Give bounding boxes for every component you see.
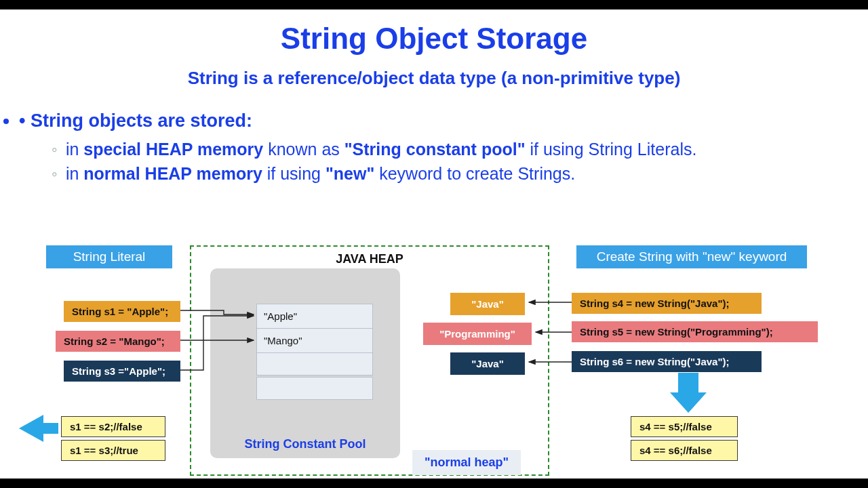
pool-slot-3	[256, 352, 373, 375]
slide-title: String Object Storage	[0, 22, 868, 56]
header-string-literal: String Literal	[46, 245, 172, 268]
cmp-left-1: s1 == s2;//false	[61, 416, 165, 437]
bullet-sub-1: in special HEAP memory known as "String …	[52, 137, 868, 161]
code-s1: String s1 = "Apple";	[64, 301, 180, 322]
pool-slot-4	[256, 377, 373, 400]
code-s3: String s3 ="Apple";	[64, 361, 180, 382]
scp-label: String Constant Pool	[210, 437, 400, 451]
bullet-sub-2: in normal HEAP memory if using "new" key…	[52, 161, 868, 186]
cmp-left-2: s1 == s3;//true	[61, 440, 165, 461]
code-s5: String s5 = new String("Programming");	[572, 321, 818, 342]
diagram-area: String Literal JAVA HEAP String Constant…	[0, 240, 868, 484]
heap-val-1: "Java"	[450, 293, 525, 315]
code-s2: String s2 = "Mango";	[56, 331, 180, 352]
cmp-right-1: s4 == s5;//false	[631, 416, 738, 437]
code-s4: String s4 = new String("Java");	[572, 293, 762, 314]
cmp-right-2: s4 == s6;//false	[631, 440, 738, 461]
pool-slot-1: "Apple"	[256, 304, 373, 329]
bullet-list: • String objects are stored: in special …	[19, 108, 868, 186]
header-new-keyword: Create String with "new" keyword	[576, 245, 807, 268]
pool-slot-2: "Mango"	[256, 328, 373, 353]
normal-heap-label: "normal heap"	[412, 450, 521, 475]
slide: String Object Storage String is a refere…	[0, 9, 868, 479]
heap-title: JAVA HEAP	[190, 252, 549, 266]
heap-val-2: "Programming"	[423, 323, 532, 345]
bullet-lead: • String objects are stored:	[19, 108, 868, 134]
heap-val-3: "Java"	[450, 352, 525, 375]
slide-subtitle: String is a reference/object data type (…	[0, 68, 868, 89]
code-s6: String s6 = new String("Java");	[572, 351, 762, 372]
